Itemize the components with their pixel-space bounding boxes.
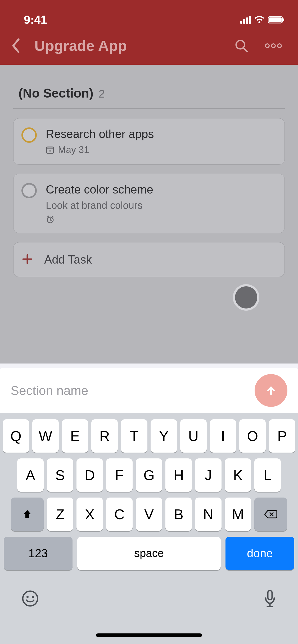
status-right xyxy=(240,16,285,24)
key-i[interactable]: I xyxy=(210,419,236,453)
key-m[interactable]: M xyxy=(225,498,251,531)
add-task-label: Add Task xyxy=(44,253,92,266)
battery-icon xyxy=(268,16,285,24)
reminder-icon xyxy=(46,215,277,224)
task-card[interactable]: Create color scheme Look at brand colour… xyxy=(13,174,285,233)
svg-line-4 xyxy=(243,48,247,52)
section-title: (No Section) xyxy=(19,86,93,100)
svg-point-14 xyxy=(23,591,38,606)
keyboard-row-2: ASDFGHJKL xyxy=(0,458,298,498)
task-date-text: May 31 xyxy=(58,144,89,155)
key-g[interactable]: G xyxy=(136,458,162,492)
key-u[interactable]: U xyxy=(180,419,207,453)
svg-point-16 xyxy=(32,596,34,598)
key-j[interactable]: J xyxy=(195,458,222,492)
key-o[interactable]: O xyxy=(239,419,266,453)
section-name-sheet xyxy=(0,368,298,413)
home-indicator[interactable] xyxy=(96,633,202,637)
task-title: Research other apps xyxy=(46,127,277,141)
nav-row: Upgrade App xyxy=(0,34,298,65)
status-time: 9:41 xyxy=(24,13,47,26)
keyboard-row-3: ZXCVBNM xyxy=(0,498,298,537)
task-title: Create color scheme xyxy=(46,183,277,196)
screen: 9:41 Upgrade App xyxy=(0,0,298,644)
key-y[interactable]: Y xyxy=(151,419,177,453)
keyboard: QWERTYUIOP ASDFGHJKL ZXCVBNM 123 space d… xyxy=(0,413,298,644)
section-count: 2 xyxy=(99,88,105,100)
key-done[interactable]: done xyxy=(225,537,294,570)
task-card[interactable]: Research other apps May 31 xyxy=(13,118,285,165)
svg-point-6 xyxy=(272,44,275,48)
key-h[interactable]: H xyxy=(165,458,192,492)
search-icon[interactable] xyxy=(234,38,249,53)
task-checkbox[interactable] xyxy=(21,127,37,155)
key-l[interactable]: L xyxy=(254,458,281,492)
add-task-button[interactable]: Add Task xyxy=(13,242,285,277)
key-d[interactable]: D xyxy=(76,458,103,492)
key-n[interactable]: N xyxy=(195,498,222,531)
more-options-icon[interactable] xyxy=(265,43,282,48)
key-e[interactable]: E xyxy=(62,419,88,453)
task-list-content: (No Section) 2 Research other apps May 3… xyxy=(0,65,298,364)
key-q[interactable]: Q xyxy=(3,419,29,453)
section-header[interactable]: (No Section) 2 xyxy=(19,86,285,100)
key-r[interactable]: R xyxy=(91,419,118,453)
key-k[interactable]: K xyxy=(225,458,251,492)
emoji-icon[interactable] xyxy=(21,590,39,609)
plus-icon xyxy=(21,253,33,266)
svg-rect-8 xyxy=(47,147,53,153)
key-w[interactable]: W xyxy=(32,419,59,453)
wifi-icon xyxy=(254,16,265,24)
svg-point-7 xyxy=(278,44,281,48)
task-subtitle: Look at brand colours xyxy=(46,200,277,211)
svg-point-5 xyxy=(265,44,269,48)
task-checkbox[interactable] xyxy=(21,183,37,224)
key-c[interactable]: C xyxy=(106,498,133,531)
divider xyxy=(13,108,285,109)
key-v[interactable]: V xyxy=(136,498,162,531)
key-t[interactable]: T xyxy=(121,419,147,453)
mic-icon[interactable] xyxy=(263,589,277,609)
keyboard-bottom-row xyxy=(0,576,298,609)
keyboard-row-4: 123 space done xyxy=(0,537,298,576)
svg-point-15 xyxy=(26,596,29,598)
cellular-signal-icon xyxy=(240,16,251,24)
keyboard-row-1: QWERTYUIOP xyxy=(0,419,298,458)
task-date: May 31 xyxy=(46,144,277,155)
calendar-icon xyxy=(46,146,54,154)
key-b[interactable]: B xyxy=(165,498,192,531)
section-name-input[interactable] xyxy=(11,383,249,398)
floating-action-button[interactable] xyxy=(233,284,259,311)
back-button[interactable] xyxy=(8,38,24,53)
svg-point-10 xyxy=(49,150,51,152)
key-shift[interactable] xyxy=(11,498,44,531)
key-backspace[interactable] xyxy=(254,498,287,531)
key-s[interactable]: S xyxy=(47,458,73,492)
app-header: 9:41 Upgrade App xyxy=(0,0,298,65)
key-f[interactable]: F xyxy=(106,458,133,492)
key-p[interactable]: P xyxy=(269,419,295,453)
svg-rect-2 xyxy=(283,19,284,21)
page-title: Upgrade App xyxy=(34,37,234,54)
svg-rect-17 xyxy=(268,591,272,600)
submit-section-button[interactable] xyxy=(255,374,287,407)
key-z[interactable]: Z xyxy=(47,498,73,531)
status-bar: 9:41 xyxy=(0,8,298,34)
key-space[interactable]: space xyxy=(77,537,221,570)
key-numbers[interactable]: 123 xyxy=(4,537,73,570)
key-x[interactable]: X xyxy=(76,498,103,531)
key-a[interactable]: A xyxy=(17,458,44,492)
svg-rect-1 xyxy=(269,17,282,22)
arrow-up-icon xyxy=(264,384,278,397)
